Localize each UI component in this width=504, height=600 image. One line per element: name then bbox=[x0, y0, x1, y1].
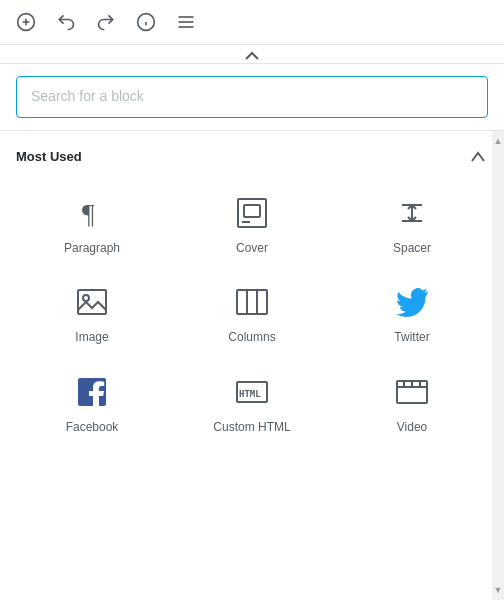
svg-rect-11 bbox=[244, 205, 260, 217]
block-facebook-label: Facebook bbox=[66, 420, 119, 436]
info-button[interactable] bbox=[132, 8, 160, 36]
svg-rect-16 bbox=[78, 290, 106, 314]
block-video[interactable]: Video bbox=[332, 358, 492, 448]
search-input[interactable] bbox=[16, 76, 488, 118]
toolbar bbox=[0, 0, 504, 45]
panel-body: Most Used ¶ Paragraph bbox=[0, 131, 504, 600]
block-image-label: Image bbox=[75, 330, 108, 346]
block-cover-label: Cover bbox=[236, 241, 268, 257]
undo-button[interactable] bbox=[52, 8, 80, 36]
block-columns[interactable]: Columns bbox=[172, 268, 332, 358]
block-columns-label: Columns bbox=[228, 330, 275, 346]
svg-text:¶: ¶ bbox=[82, 198, 95, 229]
section-title: Most Used bbox=[16, 149, 82, 164]
video-icon bbox=[394, 374, 430, 410]
collapse-button[interactable] bbox=[238, 49, 266, 63]
custom-html-icon: HTML bbox=[234, 374, 270, 410]
twitter-icon bbox=[394, 284, 430, 320]
cover-icon bbox=[234, 195, 270, 231]
block-spacer[interactable]: Spacer bbox=[332, 179, 492, 269]
svg-text:HTML: HTML bbox=[239, 389, 261, 399]
block-twitter[interactable]: Twitter bbox=[332, 268, 492, 358]
scroll-down-button[interactable]: ▼ bbox=[492, 580, 504, 600]
scrollbar[interactable]: ▲ ▼ bbox=[492, 131, 504, 600]
block-paragraph-label: Paragraph bbox=[64, 241, 120, 257]
redo-button[interactable] bbox=[92, 8, 120, 36]
add-block-button[interactable] bbox=[12, 8, 40, 36]
block-custom-html-label: Custom HTML bbox=[213, 420, 290, 436]
scroll-up-button[interactable]: ▲ bbox=[492, 131, 504, 151]
block-facebook[interactable]: Facebook bbox=[12, 358, 172, 448]
block-video-label: Video bbox=[397, 420, 427, 436]
collapse-row bbox=[0, 45, 504, 64]
most-used-section: Most Used ¶ Paragraph bbox=[0, 131, 504, 464]
menu-button[interactable] bbox=[172, 8, 200, 36]
paragraph-icon: ¶ bbox=[74, 195, 110, 231]
section-collapse-button[interactable] bbox=[468, 147, 488, 167]
block-spacer-label: Spacer bbox=[393, 241, 431, 257]
block-paragraph[interactable]: ¶ Paragraph bbox=[12, 179, 172, 269]
image-icon bbox=[74, 284, 110, 320]
block-twitter-label: Twitter bbox=[394, 330, 429, 346]
svg-point-17 bbox=[83, 295, 89, 301]
columns-icon bbox=[234, 284, 270, 320]
block-image[interactable]: Image bbox=[12, 268, 172, 358]
search-container bbox=[0, 64, 504, 131]
svg-rect-18 bbox=[237, 290, 267, 314]
block-custom-html[interactable]: HTML Custom HTML bbox=[172, 358, 332, 448]
spacer-icon bbox=[394, 195, 430, 231]
section-header: Most Used bbox=[12, 131, 492, 179]
blocks-grid: ¶ Paragraph Cover bbox=[12, 179, 492, 464]
block-cover[interactable]: Cover bbox=[172, 179, 332, 269]
facebook-icon bbox=[74, 374, 110, 410]
